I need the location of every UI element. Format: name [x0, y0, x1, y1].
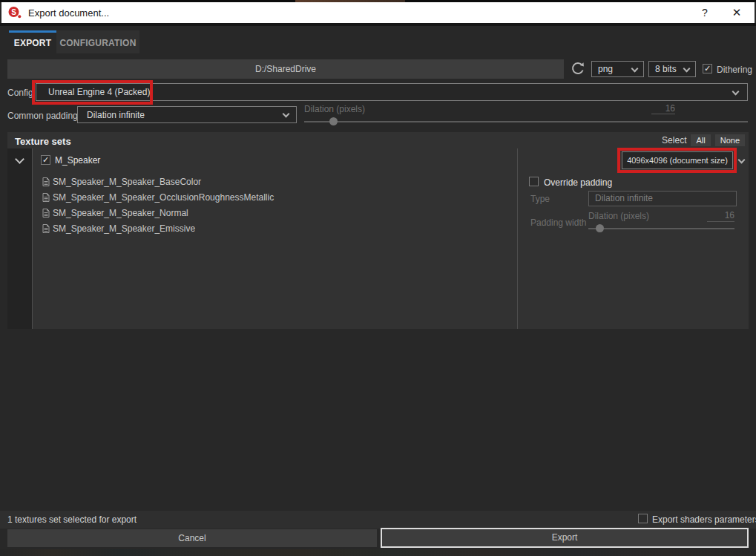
- select-none-button[interactable]: None: [715, 134, 745, 146]
- config-highlight-annotation: [32, 80, 153, 105]
- texture-set-gutter: [7, 148, 33, 329]
- dilation-slider-track[interactable]: [304, 121, 748, 122]
- chevron-down-icon: [631, 65, 639, 73]
- padding-width-label: Padding width: [530, 218, 586, 228]
- tab-export[interactable]: EXPORT: [9, 30, 56, 53]
- padding-width-slider-track[interactable]: [588, 228, 734, 229]
- common-padding-value: Dilation infinite: [87, 107, 145, 122]
- chevron-down-icon: [732, 88, 740, 96]
- select-label: Select: [662, 135, 686, 145]
- dilation-pixels-label: Dilation (pixels): [304, 104, 365, 114]
- export-button[interactable]: Export: [381, 528, 749, 548]
- format-dropdown[interactable]: png: [591, 61, 644, 77]
- export-shaders-checkbox[interactable]: [638, 514, 648, 523]
- dithering-label: Dithering: [717, 65, 752, 75]
- check-icon: ✓: [42, 155, 49, 164]
- cancel-button[interactable]: Cancel: [7, 529, 377, 547]
- titlebar: S Export document...: [1, 2, 755, 23]
- chevron-down-icon: [683, 65, 691, 73]
- texture-set-checkbox[interactable]: ✓: [41, 155, 50, 165]
- svg-text:S: S: [11, 8, 16, 16]
- refresh-icon[interactable]: [569, 60, 587, 78]
- override-padding-label: Override padding: [544, 177, 612, 188]
- dilation-pixels-label: Dilation (pixels): [588, 211, 649, 221]
- tab-configuration[interactable]: CONFIGURATION: [56, 30, 139, 53]
- config-label: Config: [7, 88, 33, 98]
- export-path-field[interactable]: D:/SharedDrive: [7, 59, 564, 79]
- common-padding-label: Common padding: [7, 111, 78, 121]
- type-field[interactable]: Dilation infinite: [588, 191, 737, 206]
- common-padding-dropdown[interactable]: Dilation infinite: [77, 106, 297, 123]
- chevron-down-icon: [738, 157, 746, 164]
- select-all-button[interactable]: All: [691, 134, 710, 146]
- size-highlight-annotation: [617, 148, 737, 173]
- format-value: png: [598, 62, 613, 76]
- texture-list-item: SM_Speaker_M_Speaker_OcclusionRoughnessM…: [42, 192, 274, 203]
- texture-name: SM_Speaker_M_Speaker_OcclusionRoughnessM…: [53, 192, 274, 203]
- padding-width-slider-handle[interactable]: [596, 224, 604, 232]
- window-title: Export document...: [28, 7, 109, 19]
- background-app-bottom-edge: [0, 549, 756, 556]
- dilation-slider-handle[interactable]: [329, 117, 338, 125]
- type-label: Type: [530, 194, 550, 204]
- texture-name: SM_Speaker_M_Speaker_Normal: [53, 208, 188, 218]
- texture-sets-title: Texture sets: [15, 136, 71, 147]
- dithering-checkbox[interactable]: ✓: [703, 64, 712, 73]
- document-icon: [42, 209, 50, 218]
- bit-depth-value: 8 bits: [655, 62, 677, 76]
- substance-painter-logo-icon: S: [7, 5, 22, 20]
- texture-set-name: M_Speaker: [55, 155, 100, 166]
- bit-depth-dropdown[interactable]: 8 bits: [648, 61, 696, 77]
- texture-sets-panel: Texture sets Select All None ✓ M_Speaker…: [7, 132, 749, 329]
- tab-strip: [0, 23, 756, 26]
- status-text: 1 textures set selected for export: [7, 514, 137, 525]
- panel-divider: [517, 148, 518, 329]
- check-icon: ✓: [704, 64, 711, 73]
- close-button[interactable]: ✕: [726, 2, 748, 23]
- texture-list-item: SM_Speaker_M_Speaker_Normal: [42, 208, 188, 218]
- help-button[interactable]: ?: [694, 2, 716, 23]
- texture-name: SM_Speaker_M_Speaker_Emissive: [53, 223, 195, 234]
- texture-list-item: SM_Speaker_M_Speaker_Emissive: [42, 223, 195, 234]
- collapse-chevron-icon[interactable]: [15, 154, 24, 164]
- document-icon: [42, 193, 50, 202]
- document-icon: [42, 224, 50, 233]
- texture-name: SM_Speaker_M_Speaker_BaseColor: [53, 177, 201, 187]
- chevron-down-icon: [283, 111, 290, 118]
- dilation-pixels-value[interactable]: 16: [651, 103, 675, 114]
- dilation-pixels-value[interactable]: 16: [707, 210, 734, 222]
- export-dialog: S Export document... ? ✕ EXPORT CONFIGUR…: [0, 0, 756, 556]
- export-shaders-label: Export shaders parameters: [652, 514, 756, 525]
- texture-list-item: SM_Speaker_M_Speaker_BaseColor: [42, 177, 201, 187]
- document-icon: [42, 177, 50, 186]
- override-padding-checkbox[interactable]: [529, 177, 539, 186]
- select-controls: Select All None: [662, 134, 745, 146]
